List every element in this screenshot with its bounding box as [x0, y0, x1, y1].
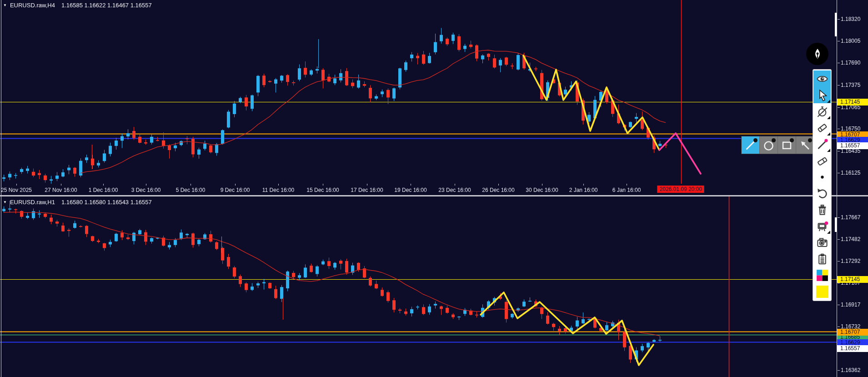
price-tick-mark [838, 327, 840, 327]
panel-splitter[interactable] [0, 195, 868, 196]
time-tick-label: 25 Nov 2025 [1, 187, 32, 193]
symbol-period-label: EURUSD.raw,H4 [10, 2, 55, 9]
price-level-badge-orange: 1.16707 [837, 329, 868, 336]
time-tick-label: 6 Jan 16:00 [612, 187, 641, 193]
price-tick-label: 1.16917 [841, 302, 860, 308]
ohlc-values: 1.16585 1.16622 1.16467 1.16557 [61, 2, 152, 9]
time-tick-mark [235, 184, 236, 186]
time-tick-label: 11 Dec 16:00 [262, 187, 295, 193]
time-tick-mark [583, 184, 584, 186]
price-tick-label: 1.17375 [841, 82, 860, 89]
color-swatch-yellow[interactable] [813, 283, 831, 300]
time-tick-mark [542, 184, 542, 186]
cursor-tool-button[interactable] [813, 87, 831, 103]
trendline-tool-button[interactable] [813, 136, 831, 152]
time-tick-mark [103, 184, 104, 186]
price-level-badge-white: 1.16557 [837, 345, 868, 352]
submenu-corner-icon [827, 132, 830, 136]
delete-tool-button[interactable] [813, 201, 831, 218]
time-tick-label: 19 Dec 16:00 [394, 187, 426, 193]
price-tick-mark [838, 41, 840, 41]
time-tick-label: 17 Dec 16:00 [351, 187, 383, 193]
side-toolbar [813, 69, 832, 301]
time-tick-mark [627, 184, 627, 186]
price-tick-label: 1.17292 [841, 258, 860, 265]
time-tick-mark [278, 184, 279, 186]
trading-terminal: ▼ EURUSD.raw,H4 1.16585 1.16622 1.16467 … [0, 0, 868, 377]
price-tick-label: 1.16362 [841, 367, 860, 374]
dot-tool-button[interactable] [813, 169, 831, 185]
ellipse-tool-button[interactable] [760, 136, 778, 154]
board-tool-button[interactable] [813, 218, 831, 234]
screenshot-tool-button[interactable] [813, 234, 831, 251]
scrollbar-thumb[interactable] [835, 13, 837, 36]
drawing-mini-toolbar [741, 136, 814, 154]
vline-time-label: 2026.01.09 20:00 [657, 186, 704, 193]
arrow-tool-button[interactable] [796, 136, 814, 154]
price-tick-mark [838, 151, 840, 151]
price-tick-mark [838, 239, 840, 240]
time-tick-label: 23 Dec 16:00 [438, 187, 471, 193]
time-tick-mark [191, 184, 191, 186]
time-tick-mark [367, 184, 367, 186]
price-tick-label: 1.18005 [841, 38, 860, 45]
tool-dot-icon [808, 138, 812, 142]
submenu-corner-icon [827, 116, 830, 119]
chart-panel-h1[interactable] [0, 196, 837, 377]
time-tick-label: 15 Dec 16:00 [306, 187, 339, 193]
label-tool-button[interactable] [813, 120, 831, 136]
time-tick-label: 5 Dec 16:00 [176, 187, 206, 193]
eraser-tool-button[interactable] [813, 152, 831, 169]
time-tick-label: 30 Dec 16:00 [526, 187, 558, 193]
price-tick-mark [838, 370, 840, 371]
pen-nib-icon [811, 47, 824, 61]
scrollbar-thumb[interactable] [835, 217, 837, 232]
price-tick-label: 1.17482 [841, 236, 860, 243]
price-tick-label: 1.18320 [841, 16, 860, 23]
ohlc-values: 1.16580 1.16580 1.16543 1.16557 [61, 199, 152, 206]
price-tick-mark [838, 19, 840, 20]
price-tick-label: 1.17667 [841, 214, 860, 221]
tool-dot-icon [772, 138, 776, 142]
pen-indicator[interactable] [806, 43, 828, 65]
price-tick-mark [838, 173, 840, 173]
price-tick-mark [838, 129, 840, 129]
time-axis[interactable]: 25 Nov 202527 Nov 16:001 Dec 16:003 Dec … [0, 184, 837, 195]
chart-panel-h4[interactable] [0, 0, 837, 184]
time-tick-mark [146, 184, 146, 186]
price-tick-mark [838, 107, 840, 108]
symbol-period-label: EURUSD.raw,H1 [10, 199, 55, 206]
tool-dot-icon [753, 138, 758, 142]
price-tick-mark [838, 85, 840, 85]
price-tick-mark [838, 283, 840, 283]
price-axis[interactable]: 1.183201.180051.176901.173751.170651.167… [837, 0, 868, 377]
rectangle-tool-button[interactable] [778, 136, 796, 154]
price-tick-label: 1.16125 [841, 170, 860, 176]
price-level-badge-yellow: 1.17145 [837, 99, 868, 106]
tool-dot-icon [790, 138, 794, 142]
price-tick-label: 1.17690 [841, 60, 860, 66]
line-tool-button[interactable] [742, 136, 760, 154]
time-tick-mark [411, 184, 411, 186]
undo-tool-button[interactable] [813, 185, 831, 201]
time-tick-mark [323, 184, 323, 186]
chevron-down-icon[interactable]: ▼ [3, 3, 7, 7]
submenu-corner-icon [827, 100, 830, 103]
price-level-badge-white: 1.16557 [837, 142, 868, 149]
time-tick-mark [498, 184, 499, 186]
price-level-badge-yellow: 1.17145 [837, 276, 868, 283]
submenu-corner-icon [827, 149, 830, 152]
price-tick-mark [838, 63, 840, 63]
time-tick-label: 26 Dec 16:00 [482, 187, 514, 193]
clipboard-tool-button[interactable] [813, 251, 831, 267]
price-tick-mark [838, 217, 840, 218]
time-tick-label: 1 Dec 16:00 [89, 187, 118, 193]
price-tick-mark [838, 305, 840, 305]
chevron-down-icon[interactable]: ▼ [3, 200, 7, 204]
palette-tool[interactable] [813, 267, 831, 283]
chart-title-h4: ▼ EURUSD.raw,H4 1.16585 1.16622 1.16467 … [3, 2, 152, 9]
time-tick-mark [16, 184, 17, 186]
submenu-corner-icon [827, 231, 830, 234]
visibility-tool-button[interactable] [813, 70, 831, 87]
timer-off-tool-button[interactable] [813, 103, 831, 120]
